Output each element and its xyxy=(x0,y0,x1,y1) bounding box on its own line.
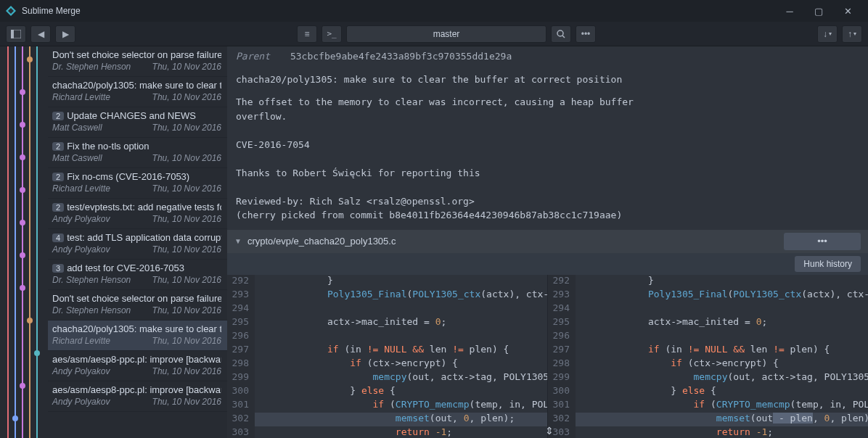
pull-button[interactable]: ↓▾ xyxy=(817,25,838,43)
commit-item[interactable]: 2Fix no-cms (CVE-2016-7053)Richard Levit… xyxy=(48,168,227,199)
forward-button[interactable]: ▶ xyxy=(55,25,75,43)
svg-point-4 xyxy=(557,30,563,36)
commit-item[interactable]: aes/asm/aesp8-ppc.pl: improve [backward]… xyxy=(48,381,227,412)
commit-message-title: chacha20/poly1305: make sure to clear th… xyxy=(236,73,859,87)
window-title: Sublime Merge xyxy=(22,6,81,16)
commit-badge: 4 xyxy=(52,234,64,242)
commit-detail: Parent 53cbcfbe9abe4fe2433a89bf3c970355d… xyxy=(227,46,868,438)
commit-message-area: Parent 53cbcfbe9abe4fe2433a89bf3c970355d… xyxy=(227,46,868,230)
hunk-history-button[interactable]: Hunk history xyxy=(795,256,861,272)
toolbar: ◀ ▶ ≡ >_ master ••• ↓▾ ↑▾ xyxy=(0,22,868,46)
collapse-icon: ▼ xyxy=(234,237,242,245)
commit-item[interactable]: 3add test for CVE-2016-7053Dr. Stephen H… xyxy=(48,260,227,290)
file-header[interactable]: ▼ crypto/evp/e_chacha20_poly1305.c ••• xyxy=(227,230,868,253)
commit-item[interactable]: Don't set choice selector on parse failu… xyxy=(48,46,227,77)
commit-badge: 2 xyxy=(52,112,64,120)
commit-graph xyxy=(0,46,48,438)
commit-item[interactable]: chacha20/poly1305: make sure to clear th… xyxy=(48,321,227,351)
commit-badge: 3 xyxy=(52,264,64,273)
svg-rect-3 xyxy=(11,30,14,38)
commit-list[interactable]: Don't set choice selector on parse failu… xyxy=(48,46,227,438)
push-button[interactable]: ↑▾ xyxy=(842,25,862,43)
diff-left: 292 }293 Poly1305_Final(POLY1305_ctx(act… xyxy=(227,275,548,439)
branch-selector[interactable]: master xyxy=(346,25,546,43)
menu-button[interactable]: ≡ xyxy=(297,25,317,43)
commit-item[interactable]: 2Fix the no-tls optionMatt CaswellThu, 1… xyxy=(48,138,227,168)
commit-badge: 2 xyxy=(52,203,64,212)
commit-item[interactable]: 2test/evptests.txt: add negative tests f… xyxy=(48,199,227,229)
app-logo-icon xyxy=(6,6,16,16)
commit-item[interactable]: 4test: add TLS application data corrupti… xyxy=(48,229,227,260)
commit-item[interactable]: chacha20/poly1305: make sure to clear th… xyxy=(48,77,227,107)
commit-item[interactable]: 2Update CHANGES and NEWSMatt CaswellThu,… xyxy=(48,107,227,138)
commit-badge: 2 xyxy=(52,173,64,181)
hunk-toolbar: Hunk history xyxy=(227,253,868,275)
parent-label: Parent xyxy=(236,49,270,64)
close-button[interactable]: ✕ xyxy=(833,0,862,22)
file-more-button[interactable]: ••• xyxy=(784,233,861,250)
back-button[interactable]: ◀ xyxy=(30,25,51,43)
parent-hash[interactable]: 53cbcfbe9abe4fe2433a89bf3c970355dd1e29a xyxy=(290,49,512,64)
terminal-button[interactable]: >_ xyxy=(322,25,342,43)
maximize-button[interactable]: ▢ xyxy=(804,0,833,22)
commit-item[interactable]: Don't set choice selector on parse failu… xyxy=(48,290,227,321)
diff-right: 292 }293 Poly1305_Final(POLY1305_ctx(act… xyxy=(548,275,868,439)
minimize-button[interactable]: ─ xyxy=(775,0,804,22)
file-path: crypto/evp/e_chacha20_poly1305.c xyxy=(247,236,396,247)
commit-item[interactable]: aes/asm/aesp8-ppc.pl: improve [backward]… xyxy=(48,351,227,381)
more-button[interactable]: ••• xyxy=(576,25,596,43)
commit-badge: 2 xyxy=(52,142,64,151)
commit-message-body: The offset to the memory to clear was in… xyxy=(236,95,859,223)
diff-view[interactable]: 292 }293 Poly1305_Final(POLY1305_ctx(act… xyxy=(227,275,868,439)
sidebar-toggle-button[interactable] xyxy=(6,25,26,43)
titlebar: Sublime Merge ─ ▢ ✕ xyxy=(0,0,868,22)
search-button[interactable] xyxy=(551,25,571,43)
resize-handle-icon[interactable]: ⇕ xyxy=(545,425,554,437)
svg-line-5 xyxy=(562,36,565,38)
